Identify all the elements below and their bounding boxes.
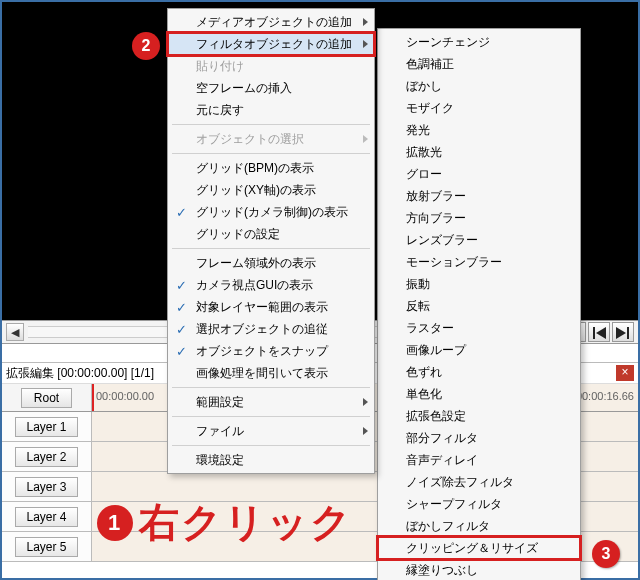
submenu-item[interactable]: 音声ディレイ [378, 449, 580, 471]
submenu-arrow-icon [363, 398, 368, 406]
menu-item[interactable]: フィルタオブジェクトの追加 [168, 33, 374, 55]
menu-item[interactable]: 空フレームの挿入 [168, 77, 374, 99]
menu-separator [172, 248, 370, 249]
submenu-item-label: モザイク [406, 100, 454, 117]
submenu-item[interactable]: 拡散光 [378, 141, 580, 163]
menu-item-label: フィルタオブジェクトの追加 [196, 36, 352, 53]
menu-item[interactable]: 画像処理を間引いて表示 [168, 362, 374, 384]
menu-item[interactable]: グリッド(XY軸)の表示 [168, 179, 374, 201]
menu-item-label: グリッド(BPM)の表示 [196, 160, 314, 177]
submenu-item[interactable]: 振動 [378, 273, 580, 295]
submenu-item-label: 部分フィルタ [406, 430, 478, 447]
layer-button[interactable]: Layer 5 [15, 537, 77, 557]
submenu-item[interactable]: 単色化 [378, 383, 580, 405]
menu-item-label: グリッドの設定 [196, 226, 280, 243]
menu-item-label: 画像処理を間引いて表示 [196, 365, 328, 382]
annotation-right-click: 1 右クリック [97, 495, 353, 550]
menu-item: 貼り付け [168, 55, 374, 77]
submenu-item-label: グロー [406, 166, 442, 183]
ruler-end: 00:00:16.66 [576, 390, 634, 402]
submenu-item[interactable]: モザイク [378, 97, 580, 119]
menu-item-label: 貼り付け [196, 58, 244, 75]
submenu-item[interactable]: ぼかしフィルタ [378, 515, 580, 537]
context-menu: メディアオブジェクトの追加フィルタオブジェクトの追加貼り付け空フレームの挿入元に… [167, 8, 375, 474]
submenu-item[interactable]: グロー [378, 163, 580, 185]
menu-item-label: 元に戻す [196, 102, 244, 119]
menu-item-label: フレーム領域外の表示 [196, 255, 316, 272]
menu-item-label: 空フレームの挿入 [196, 80, 292, 97]
close-button[interactable]: × [616, 365, 634, 381]
submenu-item[interactable]: ノイズ除去フィルタ [378, 471, 580, 493]
menu-item[interactable]: 範囲設定 [168, 391, 374, 413]
submenu-item[interactable]: 放射ブラー [378, 185, 580, 207]
menu-item[interactable]: グリッド(BPM)の表示 [168, 157, 374, 179]
submenu-item-label: 拡散光 [406, 144, 442, 161]
submenu-item[interactable]: レンズブラー [378, 229, 580, 251]
menu-item[interactable]: メディアオブジェクトの追加 [168, 11, 374, 33]
menu-item-label: オブジェクトの選択 [196, 131, 304, 148]
layer-button[interactable]: Layer 4 [15, 507, 77, 527]
submenu-item-label: 色ずれ [406, 364, 442, 381]
submenu-item[interactable]: 色ずれ [378, 361, 580, 383]
menu-item[interactable]: グリッドの設定 [168, 223, 374, 245]
annotation-badge-3: 3 [592, 540, 620, 568]
menu-item: オブジェクトの選択 [168, 128, 374, 150]
menu-item[interactable]: ✓選択オブジェクトの追従 [168, 318, 374, 340]
root-button[interactable]: Root [21, 388, 72, 408]
menu-item[interactable]: フレーム領域外の表示 [168, 252, 374, 274]
menu-item-label: ファイル [196, 423, 244, 440]
menu-item[interactable]: ✓グリッド(カメラ制御)の表示 [168, 201, 374, 223]
submenu-arrow-icon [363, 18, 368, 26]
submenu-arrow-icon [363, 40, 368, 48]
submenu-item[interactable]: 縁塗りつぶし [378, 559, 580, 580]
scroll-left-button[interactable]: ◀ [6, 323, 24, 341]
submenu-item-label: 反転 [406, 298, 430, 315]
playhead-icon [92, 384, 94, 411]
app-window: ◀ ▶ 拡張編集 [00:00:00.00] [1/1] × Root 00:0… [0, 0, 640, 580]
submenu-item-label: 単色化 [406, 386, 442, 403]
root-cell: Root [2, 384, 92, 411]
submenu-item-label: 画像ループ [406, 342, 466, 359]
menu-item[interactable]: ✓対象レイヤー範囲の表示 [168, 296, 374, 318]
menu-item-label: グリッド(カメラ制御)の表示 [196, 204, 348, 221]
step-fwd-button[interactable] [612, 322, 634, 342]
menu-separator [172, 124, 370, 125]
submenu-item[interactable]: ぼかし [378, 75, 580, 97]
editor-title-text: 拡張編集 [00:00:00.00] [1/1] [6, 365, 154, 382]
submenu-item-label: レンズブラー [406, 232, 478, 249]
submenu-item-label: ノイズ除去フィルタ [406, 474, 514, 491]
step-back-button[interactable] [588, 322, 610, 342]
submenu-item[interactable]: 色調補正 [378, 53, 580, 75]
submenu-item-label: ラスター [406, 320, 454, 337]
layer-button[interactable]: Layer 2 [15, 447, 77, 467]
submenu-item-label: シーンチェンジ [406, 34, 490, 51]
submenu-item-label: 色調補正 [406, 56, 454, 73]
submenu-item[interactable]: 発光 [378, 119, 580, 141]
menu-separator [172, 387, 370, 388]
submenu-item[interactable]: ラスター [378, 317, 580, 339]
submenu-item[interactable]: 反転 [378, 295, 580, 317]
menu-separator [172, 153, 370, 154]
submenu-item[interactable]: 部分フィルタ [378, 427, 580, 449]
submenu-item-label: ぼかし [406, 78, 442, 95]
submenu-item[interactable]: シャープフィルタ [378, 493, 580, 515]
menu-separator [172, 445, 370, 446]
menu-item[interactable]: ファイル [168, 420, 374, 442]
submenu-item[interactable]: モーションブラー [378, 251, 580, 273]
menu-item[interactable]: 元に戻す [168, 99, 374, 121]
menu-item[interactable]: ✓カメラ視点GUIの表示 [168, 274, 374, 296]
submenu-item[interactable]: シーンチェンジ [378, 31, 580, 53]
submenu-item[interactable]: 画像ループ [378, 339, 580, 361]
menu-item[interactable]: 環境設定 [168, 449, 374, 471]
menu-separator [172, 416, 370, 417]
menu-item-label: オブジェクトをスナップ [196, 343, 328, 360]
layer-button[interactable]: Layer 1 [15, 417, 77, 437]
menu-item[interactable]: ✓オブジェクトをスナップ [168, 340, 374, 362]
submenu-item[interactable]: クリッピング＆リサイズ [378, 537, 580, 559]
submenu-item[interactable]: 拡張色設定 [378, 405, 580, 427]
menu-item-label: グリッド(XY軸)の表示 [196, 182, 316, 199]
submenu-item[interactable]: 方向ブラー [378, 207, 580, 229]
layer-button[interactable]: Layer 3 [15, 477, 77, 497]
annotation-text: 右クリック [139, 495, 353, 550]
submenu-item-label: ぼかしフィルタ [406, 518, 490, 535]
